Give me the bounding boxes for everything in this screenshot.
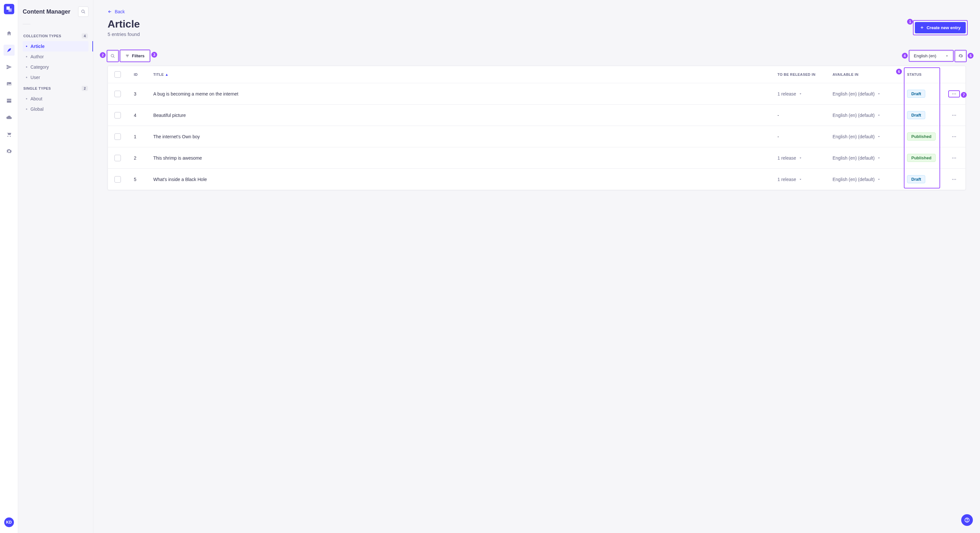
- annotation-2: 2: [100, 52, 106, 58]
- table-search-button[interactable]: [108, 51, 118, 61]
- page-title: Article: [108, 18, 140, 30]
- strapi-icon: [6, 6, 12, 12]
- cell-title: The internet's Own boy: [147, 126, 771, 148]
- content-types-sidebar: Content Manager COLLECTION TYPES 4 Artic…: [18, 0, 93, 533]
- svg-line-7: [84, 12, 85, 14]
- sidebar-item-global[interactable]: Global: [23, 104, 89, 114]
- chevron-down-icon: [877, 114, 880, 117]
- locale-select[interactable]: English (en): [910, 51, 953, 61]
- column-available[interactable]: AVAILABLE IN: [826, 66, 900, 83]
- row-checkbox[interactable]: [115, 112, 121, 119]
- plus-icon: [920, 25, 924, 30]
- row-checkbox[interactable]: [115, 176, 121, 182]
- nav-settings[interactable]: [3, 146, 14, 157]
- status-badge: Draft: [907, 111, 925, 119]
- primary-nav-rail: KD: [0, 0, 18, 533]
- svg-rect-1: [8, 8, 12, 12]
- cell-id: 3: [127, 83, 147, 105]
- row-actions-button[interactable]: ⋯: [949, 154, 959, 162]
- table-row[interactable]: 3A bug is becoming a meme on the interne…: [108, 83, 966, 105]
- arrow-left-icon: [108, 10, 112, 14]
- image-icon: [6, 81, 12, 87]
- column-status[interactable]: STATUS: [900, 66, 943, 83]
- table-row[interactable]: 2This shrimp is awesome1 releaseEnglish …: [108, 148, 966, 169]
- gear-icon: [6, 148, 12, 154]
- view-settings-button[interactable]: [955, 51, 966, 61]
- svg-line-9: [113, 56, 115, 58]
- locale-select-row[interactable]: English (en) (default): [832, 134, 880, 139]
- row-checkbox[interactable]: [115, 155, 121, 161]
- locale-select-row[interactable]: English (en) (default): [832, 155, 880, 160]
- collection-types-list: Article Author Category User: [23, 41, 89, 82]
- nav-content-manager[interactable]: [3, 45, 14, 56]
- feather-icon: [6, 47, 12, 53]
- svg-rect-5: [7, 100, 11, 103]
- filters-button[interactable]: Filters: [121, 51, 150, 61]
- row-actions-button[interactable]: ⋯: [949, 90, 959, 98]
- chevron-down-icon: [877, 135, 880, 138]
- release-value: -: [778, 113, 779, 118]
- sort-ascending-icon: ▲: [165, 73, 169, 76]
- status-badge: Published: [907, 132, 935, 141]
- row-actions-button[interactable]: ⋯: [949, 176, 959, 183]
- column-release[interactable]: TO BE RELEASED IN: [771, 66, 826, 83]
- table-header-row: ID TITLE ▲ TO BE RELEASED IN AVAILABLE I…: [108, 66, 966, 83]
- table-row[interactable]: 1The internet's Own boy-English (en) (de…: [108, 126, 966, 148]
- cell-title: This shrimp is awesome: [147, 148, 771, 169]
- filter-icon: [126, 54, 129, 58]
- nav-builder[interactable]: [3, 95, 14, 106]
- back-link[interactable]: Back: [108, 9, 125, 14]
- sidebar-item-about[interactable]: About: [23, 94, 89, 104]
- status-badge: Published: [907, 154, 935, 162]
- release-select[interactable]: 1 release: [778, 91, 802, 97]
- search-icon: [81, 10, 86, 14]
- nav-send[interactable]: [3, 62, 14, 73]
- sidebar-search-button[interactable]: [78, 6, 89, 17]
- single-types-header: SINGLE TYPES 2: [23, 86, 89, 91]
- release-value: -: [778, 134, 779, 139]
- release-select[interactable]: 1 release: [778, 177, 802, 182]
- sidebar-item-article[interactable]: Article: [23, 41, 89, 51]
- release-select[interactable]: 1 release: [778, 155, 802, 160]
- column-id[interactable]: ID: [127, 66, 147, 83]
- single-types-list: About Global: [23, 94, 89, 114]
- app-logo[interactable]: [4, 4, 14, 14]
- cell-id: 2: [127, 148, 147, 169]
- locale-select-row[interactable]: English (en) (default): [832, 91, 880, 97]
- locale-select-row[interactable]: English (en) (default): [832, 177, 880, 182]
- row-actions-button[interactable]: ⋯: [949, 111, 959, 119]
- nav-home[interactable]: [3, 28, 14, 39]
- chevron-down-icon: [799, 178, 802, 181]
- cell-title: Beautiful picture: [147, 105, 771, 126]
- chevron-down-icon: [877, 178, 880, 181]
- question-icon: [964, 517, 970, 523]
- create-entry-button[interactable]: Create new entry: [915, 22, 966, 33]
- select-all-checkbox[interactable]: [115, 71, 121, 78]
- chevron-down-icon: [877, 92, 880, 95]
- chevron-down-icon: [945, 54, 948, 58]
- column-title[interactable]: TITLE ▲: [147, 66, 771, 83]
- home-icon: [6, 30, 12, 36]
- row-checkbox[interactable]: [115, 90, 121, 97]
- user-avatar[interactable]: KD: [4, 517, 14, 527]
- row-checkbox[interactable]: [115, 133, 121, 140]
- nav-marketplace[interactable]: [3, 129, 14, 140]
- paper-plane-icon: [6, 64, 12, 70]
- table-row[interactable]: 4Beautiful picture-English (en) (default…: [108, 105, 966, 126]
- help-fab[interactable]: [961, 514, 973, 526]
- chevron-down-icon: [799, 156, 802, 160]
- main-content: Back Article 5 entries found 1 Create ne…: [93, 0, 980, 533]
- sidebar-item-author[interactable]: Author: [23, 51, 89, 62]
- svg-point-6: [82, 10, 84, 13]
- svg-point-11: [967, 521, 967, 521]
- sidebar-item-user[interactable]: User: [23, 72, 89, 82]
- nav-plugins[interactable]: [3, 112, 14, 123]
- single-types-count: 2: [82, 86, 88, 91]
- annotation-7: 7: [961, 92, 967, 98]
- sidebar-item-category[interactable]: Category: [23, 62, 89, 72]
- annotation-1: 1: [907, 19, 913, 25]
- table-row[interactable]: 5What's inside a Black Hole1 releaseEngl…: [108, 169, 966, 190]
- locale-select-row[interactable]: English (en) (default): [832, 113, 880, 118]
- nav-media[interactable]: [3, 78, 14, 89]
- row-actions-button[interactable]: ⋯: [949, 133, 959, 141]
